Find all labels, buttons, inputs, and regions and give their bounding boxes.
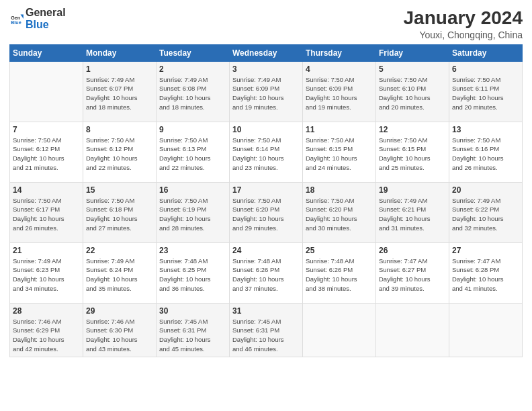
logo-text: General Blue [26, 7, 66, 30]
day-number: 23 [159, 246, 226, 255]
title-section: January 2024 Youxi, Chongqing, China [404, 7, 523, 40]
day-cell: 7Sunrise: 7:50 AMSunset: 6:12 PMDaylight… [10, 122, 83, 182]
day-cell: 30Sunrise: 7:45 AMSunset: 6:31 PMDayligh… [157, 303, 230, 357]
day-info: Sunrise: 7:49 AMSunset: 6:09 PMDaylight:… [232, 75, 300, 112]
day-cell: 31Sunrise: 7:45 AMSunset: 6:31 PMDayligh… [230, 303, 303, 357]
day-info: Sunrise: 7:50 AMSunset: 6:16 PMDaylight:… [452, 136, 519, 173]
day-cell: 10Sunrise: 7:50 AMSunset: 6:14 PMDayligh… [230, 122, 303, 182]
column-header-monday: Monday [83, 44, 157, 61]
day-info: Sunrise: 7:50 AMSunset: 6:17 PMDaylight:… [13, 196, 80, 233]
day-info: Sunrise: 7:50 AMSunset: 6:19 PMDaylight:… [159, 196, 226, 233]
column-header-wednesday: Wednesday [230, 44, 303, 61]
day-cell: 21Sunrise: 7:49 AMSunset: 6:23 PMDayligh… [10, 242, 83, 303]
day-cell: 14Sunrise: 7:50 AMSunset: 6:17 PMDayligh… [10, 182, 83, 242]
day-info: Sunrise: 7:49 AMSunset: 6:07 PMDaylight:… [86, 75, 153, 112]
day-info: Sunrise: 7:49 AMSunset: 6:22 PMDaylight:… [452, 196, 519, 233]
day-number: 16 [159, 185, 226, 195]
day-info: Sunrise: 7:50 AMSunset: 6:13 PMDaylight:… [159, 136, 226, 173]
day-info: Sunrise: 7:50 AMSunset: 6:12 PMDaylight:… [13, 136, 80, 173]
column-header-friday: Friday [376, 44, 449, 61]
calendar-page: Gen Blue General Blue January 2024 Youxi… [0, 0, 532, 411]
day-cell: 8Sunrise: 7:50 AMSunset: 6:12 PMDaylight… [83, 122, 157, 182]
column-header-sunday: Sunday [10, 44, 83, 61]
day-cell: 23Sunrise: 7:48 AMSunset: 6:25 PMDayligh… [157, 242, 230, 303]
column-header-thursday: Thursday [303, 44, 376, 61]
day-cell: 24Sunrise: 7:48 AMSunset: 6:26 PMDayligh… [230, 242, 303, 303]
day-number: 31 [232, 306, 300, 316]
calendar-header: SundayMondayTuesdayWednesdayThursdayFrid… [10, 44, 523, 61]
day-number: 25 [306, 246, 373, 255]
column-header-tuesday: Tuesday [157, 44, 230, 61]
calendar-body: 1Sunrise: 7:49 AMSunset: 6:07 PMDaylight… [10, 61, 523, 357]
day-number: 14 [13, 185, 80, 195]
calendar-table: SundayMondayTuesdayWednesdayThursdayFrid… [9, 44, 523, 357]
svg-marker-3 [21, 14, 24, 19]
day-number: 19 [379, 185, 446, 195]
day-number: 28 [13, 306, 80, 316]
day-info: Sunrise: 7:50 AMSunset: 6:11 PMDaylight:… [452, 75, 519, 112]
day-cell [376, 303, 449, 357]
day-info: Sunrise: 7:50 AMSunset: 6:10 PMDaylight:… [379, 75, 446, 112]
day-cell: 17Sunrise: 7:50 AMSunset: 6:20 PMDayligh… [230, 182, 303, 242]
logo-blue: Blue [26, 19, 49, 30]
day-info: Sunrise: 7:50 AMSunset: 6:18 PMDaylight:… [86, 196, 153, 233]
day-info: Sunrise: 7:45 AMSunset: 6:31 PMDaylight:… [159, 317, 226, 354]
week-row-2: 7Sunrise: 7:50 AMSunset: 6:12 PMDaylight… [10, 122, 523, 182]
logo: Gen Blue General Blue [9, 7, 66, 30]
day-number: 24 [232, 246, 300, 255]
day-cell: 28Sunrise: 7:46 AMSunset: 6:29 PMDayligh… [10, 303, 83, 357]
day-cell: 2Sunrise: 7:49 AMSunset: 6:08 PMDaylight… [157, 61, 230, 122]
day-info: Sunrise: 7:49 AMSunset: 6:08 PMDaylight:… [159, 75, 226, 112]
week-row-5: 28Sunrise: 7:46 AMSunset: 6:29 PMDayligh… [10, 303, 523, 357]
day-number: 20 [452, 185, 519, 195]
header-row: SundayMondayTuesdayWednesdayThursdayFrid… [10, 44, 523, 61]
day-number: 26 [379, 246, 446, 255]
day-number: 10 [232, 125, 300, 134]
day-cell: 18Sunrise: 7:50 AMSunset: 6:20 PMDayligh… [303, 182, 376, 242]
day-number: 30 [159, 306, 226, 316]
svg-text:Blue: Blue [11, 19, 21, 25]
day-cell: 16Sunrise: 7:50 AMSunset: 6:19 PMDayligh… [157, 182, 230, 242]
logo-icon: Gen Blue [9, 11, 24, 26]
day-number: 1 [86, 64, 153, 74]
day-cell: 22Sunrise: 7:49 AMSunset: 6:24 PMDayligh… [83, 242, 157, 303]
week-row-3: 14Sunrise: 7:50 AMSunset: 6:17 PMDayligh… [10, 182, 523, 242]
day-cell: 11Sunrise: 7:50 AMSunset: 6:15 PMDayligh… [303, 122, 376, 182]
day-cell: 26Sunrise: 7:47 AMSunset: 6:27 PMDayligh… [376, 242, 449, 303]
day-number: 17 [232, 185, 300, 195]
day-info: Sunrise: 7:50 AMSunset: 6:15 PMDaylight:… [306, 136, 373, 173]
day-cell: 6Sunrise: 7:50 AMSunset: 6:11 PMDaylight… [449, 61, 523, 122]
day-info: Sunrise: 7:49 AMSunset: 6:23 PMDaylight:… [13, 257, 80, 293]
day-cell: 19Sunrise: 7:49 AMSunset: 6:21 PMDayligh… [376, 182, 449, 242]
day-info: Sunrise: 7:48 AMSunset: 6:25 PMDaylight:… [159, 257, 226, 293]
day-info: Sunrise: 7:48 AMSunset: 6:26 PMDaylight:… [306, 257, 373, 293]
day-cell: 5Sunrise: 7:50 AMSunset: 6:10 PMDaylight… [376, 61, 449, 122]
header: Gen Blue General Blue January 2024 Youxi… [9, 7, 523, 40]
day-info: Sunrise: 7:50 AMSunset: 6:20 PMDaylight:… [232, 196, 300, 233]
day-cell: 4Sunrise: 7:50 AMSunset: 6:09 PMDaylight… [303, 61, 376, 122]
day-cell [303, 303, 376, 357]
day-number: 27 [452, 246, 519, 255]
day-info: Sunrise: 7:50 AMSunset: 6:09 PMDaylight:… [306, 75, 373, 112]
day-info: Sunrise: 7:49 AMSunset: 6:24 PMDaylight:… [86, 257, 153, 293]
day-number: 22 [86, 246, 153, 255]
day-number: 21 [13, 246, 80, 255]
day-cell: 1Sunrise: 7:49 AMSunset: 6:07 PMDaylight… [83, 61, 157, 122]
day-number: 2 [159, 64, 226, 74]
day-number: 8 [86, 125, 153, 134]
day-cell: 20Sunrise: 7:49 AMSunset: 6:22 PMDayligh… [449, 182, 523, 242]
day-cell: 15Sunrise: 7:50 AMSunset: 6:18 PMDayligh… [83, 182, 157, 242]
day-number: 3 [232, 64, 300, 74]
day-number: 12 [379, 125, 446, 134]
day-info: Sunrise: 7:50 AMSunset: 6:14 PMDaylight:… [232, 136, 300, 173]
day-info: Sunrise: 7:50 AMSunset: 6:20 PMDaylight:… [306, 196, 373, 233]
day-info: Sunrise: 7:49 AMSunset: 6:21 PMDaylight:… [379, 196, 446, 233]
day-info: Sunrise: 7:46 AMSunset: 6:29 PMDaylight:… [13, 317, 80, 354]
day-number: 18 [306, 185, 373, 195]
day-info: Sunrise: 7:45 AMSunset: 6:31 PMDaylight:… [232, 317, 300, 354]
day-cell: 25Sunrise: 7:48 AMSunset: 6:26 PMDayligh… [303, 242, 376, 303]
day-number: 13 [452, 125, 519, 134]
logo-general: General [26, 7, 66, 18]
day-number: 11 [306, 125, 373, 134]
week-row-4: 21Sunrise: 7:49 AMSunset: 6:23 PMDayligh… [10, 242, 523, 303]
